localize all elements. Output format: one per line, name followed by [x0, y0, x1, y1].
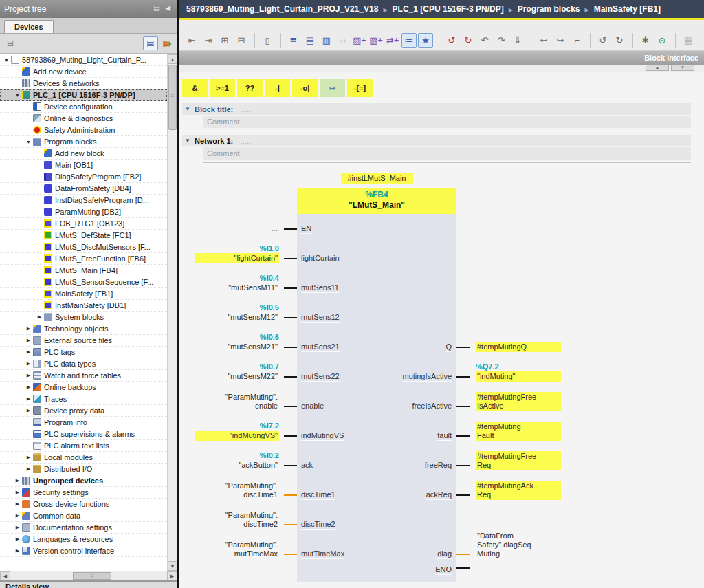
expander-icon[interactable]: ▶	[13, 525, 22, 530]
expander-icon[interactable]: ▼	[13, 93, 22, 98]
expander-icon[interactable]: ▼	[24, 140, 33, 144]
show-comments-icon[interactable]: ◌	[336, 33, 351, 48]
tree-item[interactable]: InstDiagSafetyProgram [D...	[0, 195, 167, 206]
download-icon[interactable]: ⇓	[510, 33, 525, 48]
lock-icon[interactable]: ▦	[675, 33, 696, 48]
input-operand-name[interactable]: "mutSensM22"	[195, 371, 279, 382]
collapse-triangle-icon[interactable]: ▼	[185, 106, 195, 112]
insert-network-icon[interactable]: ⇤	[184, 33, 199, 48]
gate-button[interactable]: -[=]	[347, 79, 373, 97]
tree-item[interactable]: LMutS_FreeFunction [FB6]	[0, 253, 167, 265]
restart-sequence-icon[interactable]: ↻	[461, 33, 476, 48]
redo-icon[interactable]: ↻	[612, 33, 627, 48]
input-operand-name[interactable]: "mutSensM12"	[195, 312, 279, 323]
tree-item[interactable]: PLC alarm text lists	[0, 440, 167, 452]
output-operand-name[interactable]	[476, 528, 561, 530]
consistency-check-icon[interactable]: ↺	[439, 33, 459, 48]
tree-item[interactable]: ▶ Distributed I/O	[0, 464, 167, 475]
update-block-calls-icon[interactable]: ↶	[477, 33, 492, 48]
tree-item[interactable]: ▼ 58793869_Muting_Light_Curtain_P...	[0, 54, 167, 66]
output-operand-name[interactable]	[476, 292, 561, 293]
tree-item[interactable]: Online & diagnostics	[0, 113, 167, 124]
tree-item[interactable]: ▶ Traces	[0, 393, 167, 405]
autocollapse-icon[interactable]: ▤	[151, 4, 162, 14]
tree-item[interactable]: ▶ External source files	[0, 335, 167, 347]
expander-icon[interactable]: ▶	[24, 466, 33, 472]
input-operand-name[interactable]: "ackButton"	[195, 460, 279, 470]
settings-icon[interactable]: ✱	[632, 33, 653, 48]
close-all-networks-icon[interactable]: ▤	[302, 33, 318, 48]
tree-item[interactable]: DataFromSafety [DB4]	[0, 183, 167, 195]
expander-icon[interactable]: ▶	[24, 373, 33, 378]
scroll-right-icon[interactable]: ▶	[167, 571, 177, 580]
expander-icon[interactable]: ▶	[24, 455, 33, 460]
sort-filter-icon[interactable]: ⊟	[3, 36, 18, 50]
details-view-header[interactable]: Details view	[0, 580, 177, 588]
tree-item[interactable]: LMutS_DiscMutSensors [F...	[0, 241, 167, 253]
gate-button[interactable]: -o|	[292, 79, 318, 97]
horizontal-scroll-thumb[interactable]	[73, 572, 111, 580]
scroll-down-icon[interactable]: ▼	[168, 561, 177, 571]
tab-devices[interactable]: Devices	[4, 20, 54, 33]
tree-item[interactable]: FOB_RTG1 [OB123]	[0, 218, 167, 230]
collapse-panel-icon[interactable]: ◀	[162, 4, 173, 14]
tree-item[interactable]: Add new device	[0, 66, 167, 78]
network-comment-field[interactable]: Comment	[203, 147, 691, 160]
insert-comparator-icon[interactable]: ▨±	[368, 33, 384, 48]
horizontal-scroll-track[interactable]	[10, 571, 167, 580]
expander-icon[interactable]: ▶	[24, 361, 33, 367]
scroll-up-icon[interactable]: ▲	[168, 54, 177, 64]
input-operand-name[interactable]: "ParamMuting". discTime1	[195, 481, 279, 500]
input-operand-name[interactable]: ...	[195, 224, 279, 234]
gate-button[interactable]: ↦	[320, 79, 345, 97]
tree-item[interactable]: ▶ Device proxy data	[0, 405, 167, 417]
tree-item[interactable]: ▼ Program blocks	[0, 136, 167, 148]
expander-icon[interactable]: ▶	[24, 396, 33, 402]
tree-item[interactable]: DiagSafetyProgram [FB2]	[0, 171, 167, 183]
breadcrumb-item[interactable]: PLC_1 [CPU 1516F-3 PN/DP]▶	[393, 4, 518, 14]
expander-icon[interactable]: ▶	[13, 548, 22, 554]
goto-usage-icon[interactable]: ⌐	[569, 33, 584, 48]
tree-item[interactable]: PLC supervisions & alarms	[0, 428, 167, 440]
breadcrumb-item[interactable]: 58793869_Muting_Light_Curtain_PROJ_V21_V…	[186, 4, 393, 14]
input-operand-name[interactable]: "ParamMuting". mutTimeMax	[195, 540, 279, 559]
tree-item[interactable]: ▶ System blocks	[0, 312, 167, 323]
output-operand-name[interactable]	[476, 232, 561, 234]
tree-item[interactable]: ParamMuting [DB2]	[0, 206, 167, 218]
free-form-comment-icon[interactable]: ▯	[254, 33, 275, 48]
collapse-triangle-icon[interactable]: ▼	[185, 138, 195, 144]
expander-icon[interactable]: ▶	[24, 338, 33, 343]
expander-icon[interactable]: ▶	[24, 326, 33, 331]
output-operand-name[interactable]	[476, 262, 561, 263]
block-interface-bar[interactable]: Block interface	[179, 51, 704, 65]
tree-item[interactable]: ▶ PLC data types	[0, 358, 167, 370]
output-operand-name[interactable]: #tempMutingAck Req	[476, 481, 561, 500]
tree-item[interactable]: ▶ Documentation settings	[0, 522, 167, 534]
block-title-row[interactable]: ▼ Block title: .....	[182, 103, 691, 115]
details-view-toggle-icon[interactable]: ▤	[143, 36, 158, 50]
breadcrumb-item[interactable]: MainSafety [FB1]	[594, 4, 661, 14]
block-header[interactable]: %FB4 "LMutS_Main"	[297, 188, 456, 214]
favorites-icon[interactable]: ★	[418, 33, 433, 48]
expander-icon[interactable]: ▶	[13, 478, 22, 483]
input-operand-name[interactable]: "indMutingVS"	[195, 431, 279, 441]
output-operand-name[interactable]: "DataFrom Safety".diagSeq Muting	[476, 531, 561, 559]
input-operand-name[interactable]: "ParamMuting". enable	[195, 392, 279, 411]
tree-item[interactable]: ▶ Technology objects	[0, 323, 167, 335]
tree-item[interactable]: LMutS_DefState [FC1]	[0, 230, 167, 241]
open-editor-icon[interactable]: ▦▸	[160, 36, 175, 50]
goto-previous-icon[interactable]: ↩	[531, 33, 551, 48]
block-comment-field[interactable]: Comment	[203, 116, 691, 128]
network-overview-icon[interactable]: ▥	[319, 33, 334, 48]
expander-icon[interactable]: ▶	[24, 408, 33, 413]
input-operand-name[interactable]: "ParamMuting". discTime2	[195, 510, 279, 530]
undo-icon[interactable]: ↺	[590, 33, 610, 48]
network-title-value[interactable]: .....	[240, 137, 250, 145]
tree-item[interactable]: ▶ Cross-device functions	[0, 499, 167, 510]
tree-horizontal-scrollbar[interactable]: ◀ ▶	[0, 571, 177, 580]
tree-item[interactable]: ▶ Online backups	[0, 382, 167, 393]
goto-next-icon[interactable]: ↪	[553, 33, 568, 48]
tree-item[interactable]: ▶ Watch and force tables	[0, 370, 167, 382]
output-operand-name[interactable]: #tempMutingQ	[476, 342, 561, 352]
block-title-value[interactable]: .....	[240, 105, 250, 113]
